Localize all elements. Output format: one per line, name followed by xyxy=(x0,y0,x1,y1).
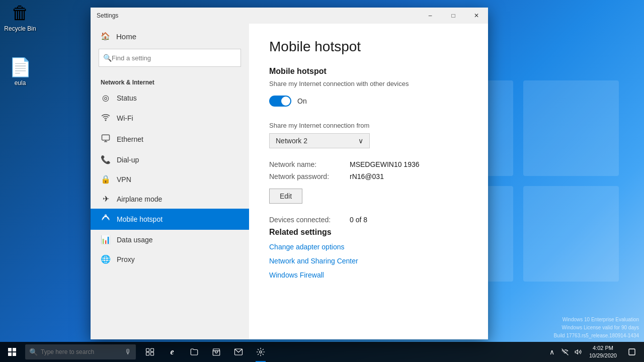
network-name-row: Network name: MSEDGEWIN10 1936 xyxy=(269,160,468,168)
change-adapter-link[interactable]: Change adapter options xyxy=(269,243,468,251)
sidebar-item-mobile-hotspot[interactable]: Mobile hotspot xyxy=(91,209,249,230)
settings-window: Settings – □ ✕ 🏠 Home 🔍 xyxy=(91,8,488,339)
svg-rect-21 xyxy=(629,349,635,355)
network-name-value: MSEDGEWIN10 1936 xyxy=(350,160,420,168)
sidebar-item-dial-up[interactable]: 📞 Dial-up xyxy=(91,150,249,169)
edge-button[interactable]: e xyxy=(161,342,183,362)
dial-up-label: Dial-up xyxy=(117,156,139,164)
related-settings-title: Related settings xyxy=(269,228,468,237)
hotspot-icon xyxy=(101,214,111,225)
svg-marker-20 xyxy=(575,350,578,354)
network-password-label: Network password: xyxy=(269,172,350,180)
taskbar-tray: ∧ 4:02 PM 10/29/2020 xyxy=(546,342,644,362)
network-name-label: Network name: xyxy=(269,160,350,168)
win-info-line3: Build 17763.rs5_release.180914-1434 xyxy=(553,332,639,340)
mail-button[interactable] xyxy=(227,342,250,362)
devices-connected-row: Devices connected: 0 of 8 xyxy=(269,216,468,224)
sidebar-section-title: Network & Internet xyxy=(91,75,249,88)
recycle-bin-label: Recycle Bin xyxy=(4,25,36,32)
svg-point-4 xyxy=(105,120,106,121)
taskbar-search-input[interactable] xyxy=(41,348,121,355)
ethernet-icon xyxy=(101,134,111,145)
recycle-bin-icon[interactable]: 🗑 Recycle Bin xyxy=(0,1,40,34)
sidebar-item-data-usage[interactable]: 📊 Data usage xyxy=(91,230,249,249)
sidebar-item-proxy[interactable]: 🌐 Proxy xyxy=(91,249,249,269)
microphone-icon: 🎙 xyxy=(125,348,132,356)
svg-rect-10 xyxy=(13,348,16,351)
wifi-label: Wi-Fi xyxy=(117,114,133,122)
network-tray-icon[interactable] xyxy=(559,342,571,362)
edit-button[interactable]: Edit xyxy=(269,189,302,204)
section-title: Mobile hotspot xyxy=(269,67,468,76)
devices-connected-value: 0 of 8 xyxy=(350,216,367,224)
minimize-button[interactable]: – xyxy=(419,8,442,24)
svg-rect-9 xyxy=(8,348,12,351)
sidebar-item-home[interactable]: 🏠 Home xyxy=(91,24,249,49)
settings-button[interactable] xyxy=(250,342,272,362)
chevron-down-icon: ∨ xyxy=(358,137,363,145)
win-info-line2: Windows License valid for 90 days xyxy=(553,324,639,332)
page-title: Mobile hotspot xyxy=(269,39,468,55)
airplane-label: Airplane mode xyxy=(117,195,162,203)
sidebar-search-box[interactable]: 🔍 xyxy=(99,49,241,67)
tray-expand[interactable]: ∧ xyxy=(546,342,558,362)
eula-icon[interactable]: 📄 eula xyxy=(0,55,40,88)
window-body: 🏠 Home 🔍 Network & Internet ◎ Status xyxy=(91,24,488,339)
svg-point-19 xyxy=(260,351,262,353)
sidebar-item-wifi[interactable]: Wi-Fi xyxy=(91,108,249,129)
sidebar-item-airplane-mode[interactable]: ✈ Airplane mode xyxy=(91,189,249,209)
share-from-dropdown[interactable]: Network 2 ∨ xyxy=(269,133,370,148)
proxy-label: Proxy xyxy=(117,255,135,263)
svg-rect-12 xyxy=(13,352,16,356)
svg-rect-15 xyxy=(146,352,149,355)
home-label: Home xyxy=(116,32,136,41)
sidebar: 🏠 Home 🔍 Network & Internet ◎ Status xyxy=(91,24,249,339)
windows-firewall-link[interactable]: Windows Firewall xyxy=(269,271,468,279)
ethernet-label: Ethernet xyxy=(117,135,143,143)
store-button[interactable] xyxy=(205,342,227,362)
taskbar-search[interactable]: 🔍 🎙 xyxy=(25,344,136,359)
maximize-button[interactable]: □ xyxy=(442,8,465,24)
network-password-row: Network password: rN16@031 xyxy=(269,172,468,180)
dial-up-icon: 📞 xyxy=(101,155,111,164)
window-controls: – □ ✕ xyxy=(419,8,488,24)
hotspot-toggle[interactable] xyxy=(269,96,291,107)
svg-rect-16 xyxy=(151,352,154,355)
proxy-icon: 🌐 xyxy=(101,254,111,264)
task-view-button[interactable] xyxy=(139,342,161,362)
svg-rect-5 xyxy=(102,135,110,140)
titlebar: Settings – □ ✕ xyxy=(91,8,488,24)
sidebar-item-status[interactable]: ◎ Status xyxy=(91,88,249,108)
data-usage-label: Data usage xyxy=(117,236,153,244)
svg-rect-13 xyxy=(146,348,149,351)
desktop: 🗑 Recycle Bin 📄 eula Settings – □ ✕ 🏠 Ho… xyxy=(0,0,644,362)
search-icon: 🔍 xyxy=(103,54,112,62)
taskbar-apps: e xyxy=(139,342,272,362)
main-content: Mobile hotspot Mobile hotspot Share my I… xyxy=(249,24,488,339)
volume-tray-icon[interactable] xyxy=(572,342,584,362)
sidebar-item-vpn[interactable]: 🔒 VPN xyxy=(91,169,249,189)
window-title: Settings xyxy=(97,12,419,19)
file-explorer-button[interactable] xyxy=(183,342,205,362)
home-icon: 🏠 xyxy=(101,32,110,41)
start-button[interactable] xyxy=(0,342,24,362)
network-password-value: rN16@031 xyxy=(350,172,384,180)
sidebar-item-ethernet[interactable]: Ethernet xyxy=(91,129,249,150)
search-input[interactable] xyxy=(112,54,236,62)
notification-center-button[interactable] xyxy=(622,342,642,362)
toggle-row: On xyxy=(269,96,468,107)
hotspot-label: Mobile hotspot xyxy=(117,215,163,223)
network-sharing-center-link[interactable]: Network and Sharing Center xyxy=(269,257,468,265)
section-subtitle: Share my Internet connection with other … xyxy=(269,80,468,87)
svg-rect-1 xyxy=(523,80,619,176)
close-button[interactable]: ✕ xyxy=(465,8,488,24)
tray-clock[interactable]: 4:02 PM 10/29/2020 xyxy=(585,344,621,360)
wifi-icon xyxy=(101,113,111,124)
svg-rect-3 xyxy=(523,186,619,282)
vpn-icon: 🔒 xyxy=(101,174,111,184)
devices-connected-label: Devices connected: xyxy=(269,216,350,224)
vpn-label: VPN xyxy=(117,175,131,184)
data-usage-icon: 📊 xyxy=(101,235,111,244)
taskbar-search-icon: 🔍 xyxy=(29,348,38,356)
windows-info: Windows 10 Enterprise Evaluation Windows… xyxy=(553,316,639,340)
